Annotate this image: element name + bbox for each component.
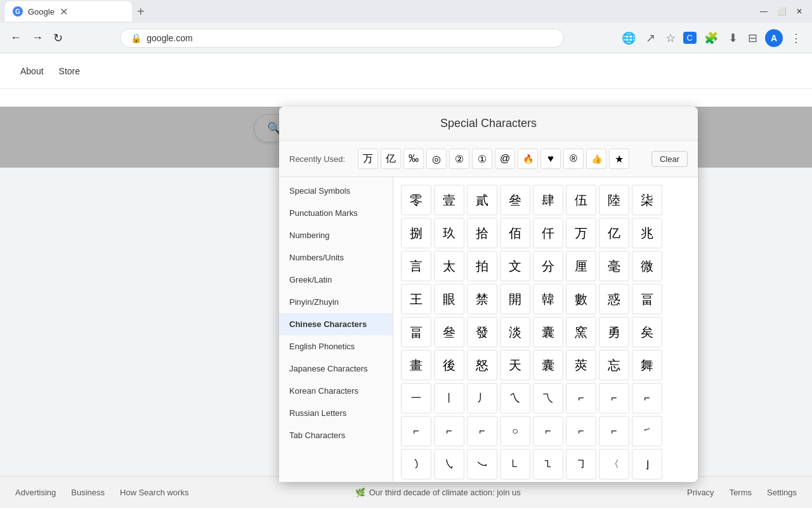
- bookmark-button[interactable]: ☆: [663, 29, 678, 48]
- sidebar-button[interactable]: ⊟: [745, 29, 760, 48]
- store-link[interactable]: Store: [59, 66, 80, 76]
- char-cell[interactable]: 禁: [467, 284, 497, 314]
- char-cell[interactable]: ⌐: [467, 416, 497, 446]
- category-pinyin-zhuyin[interactable]: Pinyin/Zhuyin: [279, 291, 393, 313]
- clear-button[interactable]: Clear: [652, 151, 688, 167]
- char-cell[interactable]: 惑: [599, 284, 629, 314]
- char-cell[interactable]: 言: [401, 251, 431, 281]
- how-search-works-link[interactable]: How Search works: [120, 488, 188, 497]
- download-button[interactable]: ⬇: [726, 29, 740, 48]
- more-button[interactable]: ⋮: [788, 29, 804, 48]
- char-cell[interactable]: ㇆: [566, 449, 596, 479]
- recent-char-5[interactable]: ①: [472, 149, 492, 169]
- category-numbering[interactable]: Numbering: [279, 224, 393, 246]
- char-cell[interactable]: 伍: [566, 185, 596, 215]
- char-cell[interactable]: 後: [434, 350, 464, 380]
- privacy-link[interactable]: Privacy: [687, 488, 714, 497]
- category-chinese-characters[interactable]: Chinese Characters: [279, 313, 393, 335]
- char-cell[interactable]: 厘: [566, 251, 596, 281]
- char-cell[interactable]: ㇂: [434, 449, 464, 479]
- category-tab-characters[interactable]: Tab Characters: [279, 424, 393, 446]
- char-cell[interactable]: ⌐: [632, 383, 662, 413]
- char-cell[interactable]: 微: [632, 251, 662, 281]
- char-cell[interactable]: ㇃: [467, 449, 497, 479]
- category-japanese-characters[interactable]: Japanese Characters: [279, 358, 393, 380]
- puzzle-button[interactable]: 🧩: [702, 29, 721, 48]
- maximize-button[interactable]: ⬜: [774, 4, 789, 19]
- char-cell[interactable]: 佰: [500, 218, 530, 248]
- recent-char-1[interactable]: 亿: [381, 149, 401, 169]
- profile-button[interactable]: A: [765, 29, 783, 47]
- char-cell[interactable]: 莢: [566, 350, 596, 380]
- char-cell[interactable]: 韓: [533, 284, 563, 314]
- url-bar[interactable]: 🔒 google.com: [120, 29, 564, 48]
- advertising-link[interactable]: Advertising: [15, 488, 56, 497]
- recent-char-0[interactable]: 万: [358, 149, 378, 169]
- char-cell[interactable]: 文: [500, 251, 530, 281]
- char-cell[interactable]: 囊: [533, 317, 563, 347]
- char-cell[interactable]: 畐: [632, 284, 662, 314]
- char-cell[interactable]: 叄: [434, 317, 464, 347]
- about-link[interactable]: About: [20, 66, 44, 76]
- char-cell[interactable]: ㇀: [632, 416, 662, 446]
- char-cell[interactable]: 捌: [401, 218, 431, 248]
- char-cell[interactable]: ⌋: [632, 449, 662, 479]
- char-cell[interactable]: ⌐: [566, 383, 596, 413]
- category-punctuation-marks[interactable]: Punctuation Marks: [279, 202, 393, 224]
- char-cell[interactable]: 王: [401, 284, 431, 314]
- char-cell[interactable]: 天: [500, 350, 530, 380]
- category-russian-letters[interactable]: Russian Letters: [279, 402, 393, 424]
- extension-button[interactable]: C: [683, 32, 697, 44]
- char-cell[interactable]: 乁: [533, 383, 563, 413]
- char-cell[interactable]: 毫: [599, 251, 629, 281]
- forward-button[interactable]: →: [29, 29, 46, 47]
- back-button[interactable]: ←: [8, 29, 24, 47]
- minimize-button[interactable]: —: [756, 4, 771, 19]
- char-cell[interactable]: 矣: [632, 317, 662, 347]
- recent-char-2[interactable]: ‰: [403, 149, 424, 169]
- tab-close-icon[interactable]: ✕: [60, 6, 68, 18]
- char-cell[interactable]: 陸: [599, 185, 629, 215]
- category-english-phonetics[interactable]: English Phonetics: [279, 335, 393, 358]
- char-cell[interactable]: 丿: [467, 383, 497, 413]
- recent-char-8[interactable]: ♥: [540, 149, 561, 169]
- translate-button[interactable]: 🌐: [619, 29, 638, 48]
- browser-tab[interactable]: G Google ✕: [5, 1, 132, 22]
- char-cell[interactable]: 玖: [434, 218, 464, 248]
- char-cell[interactable]: 發: [467, 317, 497, 347]
- char-cell[interactable]: ⌐: [566, 416, 596, 446]
- char-cell[interactable]: ⌐: [599, 416, 629, 446]
- business-link[interactable]: Business: [71, 488, 105, 497]
- category-greek-latin[interactable]: Greek/Latin: [279, 269, 393, 291]
- char-cell[interactable]: 零: [401, 185, 431, 215]
- char-cell[interactable]: 乀: [500, 383, 530, 413]
- share-button[interactable]: ↗: [643, 29, 658, 48]
- char-cell[interactable]: 仟: [533, 218, 563, 248]
- char-cell[interactable]: 丨: [434, 383, 464, 413]
- char-cell[interactable]: 怒: [467, 350, 497, 380]
- category-korean-characters[interactable]: Korean Characters: [279, 380, 393, 402]
- char-cell[interactable]: 肆: [533, 185, 563, 215]
- settings-link[interactable]: Settings: [767, 488, 797, 497]
- recent-char-4[interactable]: ②: [449, 149, 469, 169]
- recent-char-11[interactable]: ★: [609, 149, 629, 169]
- category-numbers-units[interactable]: Numbers/Units: [279, 246, 393, 269]
- url-input[interactable]: google.com: [147, 33, 553, 43]
- char-cell[interactable]: ⌐: [599, 383, 629, 413]
- char-cell[interactable]: 勇: [599, 317, 629, 347]
- char-cell[interactable]: 畐: [401, 317, 431, 347]
- char-cell[interactable]: 數: [566, 284, 596, 314]
- char-cell[interactable]: 叄: [500, 185, 530, 215]
- category-special-symbols[interactable]: Special Symbols: [279, 180, 393, 202]
- char-cell[interactable]: ㇁: [401, 449, 431, 479]
- char-cell[interactable]: ㇅: [533, 449, 563, 479]
- char-cell[interactable]: 舞: [632, 350, 662, 380]
- recent-char-9[interactable]: ®: [563, 149, 584, 169]
- char-cell[interactable]: 拍: [467, 251, 497, 281]
- recent-char-7[interactable]: 🔥: [518, 149, 538, 169]
- char-cell[interactable]: 万: [566, 218, 596, 248]
- char-cell[interactable]: 貳: [467, 185, 497, 215]
- recent-char-10[interactable]: 👍: [586, 149, 606, 169]
- new-tab-button[interactable]: +: [134, 2, 147, 22]
- char-cell[interactable]: ⌐: [533, 416, 563, 446]
